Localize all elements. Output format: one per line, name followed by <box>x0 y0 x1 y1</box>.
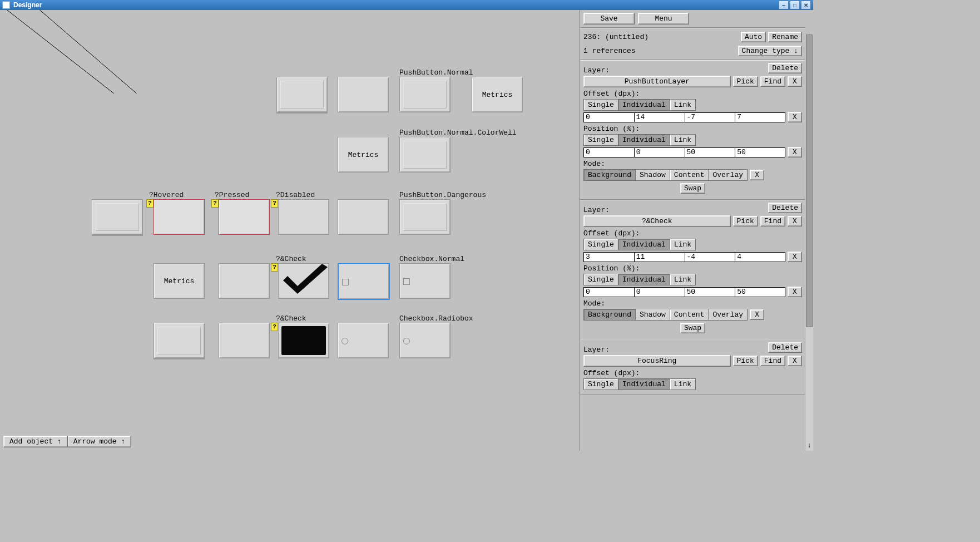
x-button[interactable]: X <box>788 112 802 122</box>
save-button[interactable]: Save <box>583 13 635 24</box>
swatch-disabled[interactable] <box>278 199 329 235</box>
mode-shadow-tab[interactable]: Shadow <box>636 309 670 320</box>
swatch-dangerous-1[interactable] <box>338 199 389 235</box>
offset-link-tab[interactable]: Link <box>670 239 695 250</box>
offset-input-3[interactable] <box>735 252 785 262</box>
swatch-pressed[interactable] <box>219 199 270 235</box>
offset-mode-seg: Single Individual Link <box>583 378 696 390</box>
offset-single-tab[interactable]: Single <box>584 100 618 110</box>
swap-button[interactable]: Swap <box>680 183 705 194</box>
swatch-pb-normal-1[interactable] <box>276 77 328 112</box>
offset-input-2[interactable] <box>685 252 735 262</box>
delete-layer-button[interactable]: Delete <box>768 203 802 213</box>
mode-content-tab[interactable]: Content <box>670 309 709 320</box>
swatch-radio-a[interactable] <box>154 323 205 358</box>
x-button[interactable]: X <box>750 309 764 320</box>
swap-button[interactable]: Swap <box>680 323 705 333</box>
window-close-button[interactable]: ✕ <box>801 1 811 9</box>
find-button[interactable]: Find <box>760 356 785 366</box>
mode-content-tab[interactable]: Content <box>670 170 709 180</box>
window-minimize-button[interactable]: – <box>779 1 789 9</box>
sidebar-scrollbar[interactable]: ↓ <box>805 35 813 451</box>
swatch-checkmark[interactable] <box>278 263 329 299</box>
pick-button[interactable]: Pick <box>733 76 758 87</box>
designer-canvas[interactable]: PushButton.Normal Metrics PushButton.Nor… <box>0 10 580 451</box>
x-button[interactable]: X <box>788 356 802 366</box>
mode-background-tab[interactable]: Background <box>584 170 636 180</box>
swatch-pb-normal-metrics[interactable]: Metrics <box>472 77 523 112</box>
swatch-check-blank[interactable] <box>219 263 270 299</box>
offset-single-tab[interactable]: Single <box>584 379 618 390</box>
mode-shadow-tab[interactable]: Shadow <box>636 170 670 180</box>
window-maximize-button[interactable]: □ <box>790 1 800 9</box>
offset-individual-tab[interactable]: Individual <box>618 100 670 110</box>
offset-input-0[interactable] <box>583 252 634 262</box>
position-input-3[interactable] <box>735 147 785 157</box>
swatch-radio-check[interactable] <box>278 323 329 358</box>
offset-input-3[interactable] <box>735 112 785 122</box>
swatch-radio-d[interactable] <box>399 323 451 358</box>
position-input-0[interactable] <box>583 287 634 297</box>
offset-individual-tab[interactable]: Individual <box>618 239 670 250</box>
x-button[interactable]: X <box>788 147 802 157</box>
x-button[interactable]: X <box>788 287 802 297</box>
offset-link-tab[interactable]: Link <box>670 100 695 110</box>
offset-individual-tab[interactable]: Individual <box>618 379 670 390</box>
swatch-checkbox-normal[interactable] <box>399 263 451 299</box>
swatch-base-hpd[interactable] <box>92 199 143 235</box>
delete-layer-button[interactable]: Delete <box>768 342 802 353</box>
position-link-tab[interactable]: Link <box>670 135 695 145</box>
position-input-1[interactable] <box>634 287 685 297</box>
pick-button[interactable]: Pick <box>733 216 758 226</box>
position-input-2[interactable] <box>685 287 735 297</box>
mode-background-tab[interactable]: Background <box>584 309 636 320</box>
arrow-mode-button[interactable]: Arrow mode ↑ <box>68 436 132 447</box>
x-button[interactable]: X <box>788 216 802 226</box>
position-individual-tab[interactable]: Individual <box>618 135 670 145</box>
swatch-dangerous-2[interactable] <box>399 199 451 235</box>
swatch-radio-b[interactable] <box>219 323 270 358</box>
connector-lines <box>0 10 167 93</box>
scroll-down-icon[interactable]: ↓ <box>805 442 813 450</box>
position-single-tab[interactable]: Single <box>584 135 618 145</box>
swatch-hovered[interactable] <box>154 199 205 235</box>
x-button[interactable]: X <box>788 76 802 87</box>
change-type-button[interactable]: Change type ↓ <box>738 46 802 56</box>
position-single-tab[interactable]: Single <box>584 274 618 285</box>
mode-overlay-tab[interactable]: Overlay <box>709 170 747 180</box>
position-input-1[interactable] <box>634 147 685 157</box>
menu-button[interactable]: Menu <box>638 13 689 24</box>
layer-name-button[interactable]: PushButtonLayer <box>583 76 731 87</box>
x-button[interactable]: X <box>788 252 802 262</box>
swatch-radio-c[interactable] <box>338 323 389 358</box>
mode-overlay-tab[interactable]: Overlay <box>709 309 747 320</box>
swatch-colorwell[interactable] <box>399 137 451 173</box>
offset-input-1[interactable] <box>634 252 685 262</box>
offset-input-2[interactable] <box>685 112 735 122</box>
swatch-pb-normal-3[interactable] <box>399 77 451 112</box>
offset-input-0[interactable] <box>583 112 634 122</box>
delete-layer-button[interactable]: Delete <box>768 63 802 73</box>
add-object-button[interactable]: Add object ↑ <box>3 436 68 447</box>
position-link-tab[interactable]: Link <box>670 274 695 285</box>
layer-name-button[interactable]: FocusRing <box>583 355 731 367</box>
offset-single-tab[interactable]: Single <box>584 239 618 250</box>
swatch-colorwell-metrics[interactable]: Metrics <box>338 137 389 173</box>
swatch-check-metrics[interactable]: Metrics <box>154 263 205 299</box>
position-input-3[interactable] <box>735 287 785 297</box>
offset-link-tab[interactable]: Link <box>670 379 695 390</box>
layer-name-button[interactable]: ?&Check <box>583 215 731 227</box>
position-input-2[interactable] <box>685 147 735 157</box>
position-individual-tab[interactable]: Individual <box>618 274 670 285</box>
pick-button[interactable]: Pick <box>733 356 758 366</box>
offset-input-1[interactable] <box>634 112 685 122</box>
find-button[interactable]: Find <box>760 216 785 226</box>
x-button[interactable]: X <box>750 170 764 180</box>
auto-button[interactable]: Auto <box>741 32 766 42</box>
find-button[interactable]: Find <box>760 76 785 87</box>
swatch-pb-normal-2[interactable] <box>338 77 389 112</box>
position-input-0[interactable] <box>583 147 634 157</box>
rename-button[interactable]: Rename <box>768 32 802 42</box>
swatch-checkbox-selected[interactable] <box>338 263 390 300</box>
scrollbar-thumb[interactable] <box>806 35 813 327</box>
